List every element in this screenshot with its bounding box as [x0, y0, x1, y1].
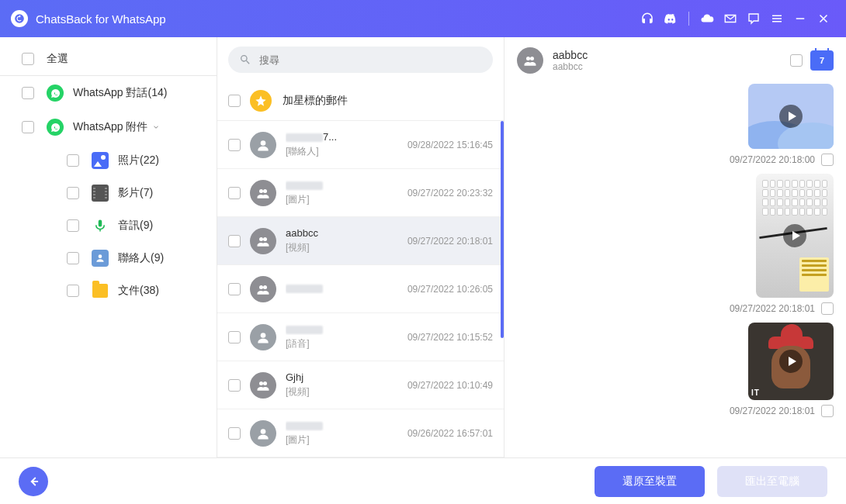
chat-name — [286, 323, 401, 335]
chat-checkbox[interactable] — [228, 331, 241, 343]
sidebar-audio[interactable]: 音訊(9) — [45, 209, 217, 242]
group-avatar-icon — [250, 276, 276, 302]
message-checkbox[interactable] — [821, 154, 834, 166]
detail-header: aabbcc aabbcc 7 — [504, 37, 846, 84]
sidebar-whatsapp-chats[interactable]: WhatsApp 對話(14) — [0, 76, 217, 110]
chat-list-column: 加星標的郵件 7...[聯絡人]09/28/2022 15:16:45[圖片]0… — [217, 37, 504, 457]
chat-type: [語音] — [286, 337, 401, 350]
gif-thumbnail[interactable]: IT — [748, 323, 834, 400]
detail-name: aabbcc — [553, 49, 588, 61]
cloud-icon[interactable] — [695, 7, 719, 30]
person-avatar-icon — [250, 132, 276, 158]
video-thumbnail[interactable] — [748, 84, 834, 149]
chat-timestamp: 09/26/2022 16:57:01 — [407, 428, 493, 439]
sidebar-contacts[interactable]: 聯絡人(9) — [45, 242, 217, 274]
photos-checkbox[interactable] — [67, 154, 79, 167]
chat-timestamp: 09/28/2022 15:16:45 — [407, 140, 493, 150]
play-icon — [779, 350, 803, 373]
chat-item[interactable]: [語音]09/27/2022 10:15:52 — [217, 313, 504, 361]
svg-point-15 — [530, 57, 534, 60]
play-icon — [783, 224, 806, 247]
audio-icon — [92, 217, 109, 234]
chats-label: WhatsApp 對話(14) — [73, 86, 167, 100]
audio-checkbox[interactable] — [67, 219, 79, 232]
message: IT09/27/2022 20:18:01 — [517, 323, 834, 417]
chat-timestamp: 09/27/2022 10:15:52 — [407, 332, 493, 343]
contacts-label: 聯絡人(9) — [118, 251, 164, 265]
chat-checkbox[interactable] — [228, 379, 241, 392]
chat-name: 7... — [286, 131, 401, 143]
chat-item[interactable]: 7...[聯絡人]09/28/2022 15:16:45 — [217, 121, 504, 169]
videos-label: 影片(7) — [118, 186, 153, 200]
attachments-checkbox[interactable] — [22, 121, 34, 133]
svg-point-11 — [259, 381, 263, 385]
export-button[interactable]: 匯出至電腦 — [717, 466, 827, 497]
person-avatar-icon — [250, 324, 276, 350]
message-timestamp: 09/27/2022 20:18:01 — [730, 406, 815, 416]
chat-checkbox[interactable] — [228, 283, 241, 295]
group-avatar-icon — [250, 372, 276, 399]
chat-item[interactable]: 09/27/2022 10:26:05 — [217, 265, 504, 313]
chat-checkbox[interactable] — [228, 187, 241, 199]
chat-item[interactable]: aabbcc[視頻]09/27/2022 20:18:01 — [217, 217, 504, 265]
search-input[interactable] — [259, 54, 482, 66]
chat-name: Gjhj — [286, 371, 401, 383]
chat-timestamp: 09/27/2022 20:23:32 — [407, 188, 493, 198]
chat-name — [286, 419, 401, 431]
select-all-checkbox[interactable] — [22, 53, 34, 65]
minimize-icon[interactable] — [789, 7, 812, 30]
files-checkbox[interactable] — [67, 285, 79, 297]
svg-point-8 — [259, 285, 263, 289]
svg-point-7 — [263, 237, 267, 241]
menu-icon[interactable] — [765, 7, 789, 30]
starred-checkbox[interactable] — [228, 95, 241, 107]
bottom-bar: 還原至裝置 匯出至電腦 — [0, 457, 846, 504]
chat-item[interactable]: [圖片]09/26/2022 16:57:01 — [217, 409, 504, 457]
chat-type: [視頻] — [286, 385, 401, 399]
whatsapp-icon — [47, 119, 64, 136]
close-icon[interactable] — [812, 7, 835, 30]
headset-icon[interactable] — [636, 7, 659, 30]
chat-type: [圖片] — [286, 433, 401, 447]
whatsapp-icon — [47, 85, 64, 102]
message-checkbox[interactable] — [821, 302, 834, 315]
search-box[interactable] — [228, 47, 493, 73]
chats-checkbox[interactable] — [22, 87, 34, 99]
chat-item[interactable]: [圖片]09/27/2022 20:23:32 — [217, 169, 504, 217]
starred-row[interactable]: 加星標的郵件 — [217, 81, 504, 121]
scrollbar-thumb[interactable] — [501, 121, 504, 338]
play-icon — [779, 105, 803, 128]
photo-icon — [92, 152, 109, 169]
message-list[interactable]: 09/27/2022 20:18:0009/27/2022 20:18:01IT… — [504, 84, 846, 457]
person-avatar-icon — [250, 420, 276, 447]
discord-icon[interactable] — [659, 7, 682, 30]
sidebar-select-all[interactable]: 全選 — [0, 42, 217, 76]
restore-button[interactable]: 還原至裝置 — [595, 466, 705, 497]
mail-icon[interactable] — [719, 7, 742, 30]
contacts-checkbox[interactable] — [67, 252, 79, 264]
audio-label: 音訊(9) — [118, 219, 153, 233]
detail-header-checkbox[interactable] — [790, 54, 803, 67]
sidebar-files[interactable]: 文件(38) — [45, 274, 217, 307]
chat-name — [286, 179, 401, 191]
back-button[interactable] — [19, 467, 48, 496]
videos-checkbox[interactable] — [67, 187, 79, 199]
sidebar: 全選 WhatsApp 對話(14) WhatsApp 附件 照片(22) 影片… — [0, 37, 217, 457]
feedback-icon[interactable] — [742, 7, 765, 30]
message-checkbox[interactable] — [821, 405, 834, 417]
chat-type: [聯絡人] — [286, 145, 401, 158]
calendar-icon[interactable]: 7 — [810, 50, 834, 71]
chat-checkbox[interactable] — [228, 427, 241, 440]
chat-item[interactable]: Gjhj[視頻]09/27/2022 10:10:49 — [217, 361, 504, 409]
svg-point-5 — [263, 189, 267, 193]
video-thumbnail[interactable] — [756, 174, 834, 298]
chat-checkbox[interactable] — [228, 139, 241, 151]
chat-list[interactable]: 7...[聯絡人]09/28/2022 15:16:45[圖片]09/27/20… — [217, 121, 504, 457]
sidebar-whatsapp-attachments[interactable]: WhatsApp 附件 — [0, 110, 217, 144]
gif-tag: IT — [751, 388, 760, 397]
video-icon — [92, 185, 109, 202]
chat-checkbox[interactable] — [228, 235, 241, 247]
sidebar-photos[interactable]: 照片(22) — [45, 144, 217, 177]
sidebar-videos[interactable]: 影片(7) — [45, 177, 217, 209]
chat-timestamp: 09/27/2022 20:18:01 — [407, 236, 493, 247]
